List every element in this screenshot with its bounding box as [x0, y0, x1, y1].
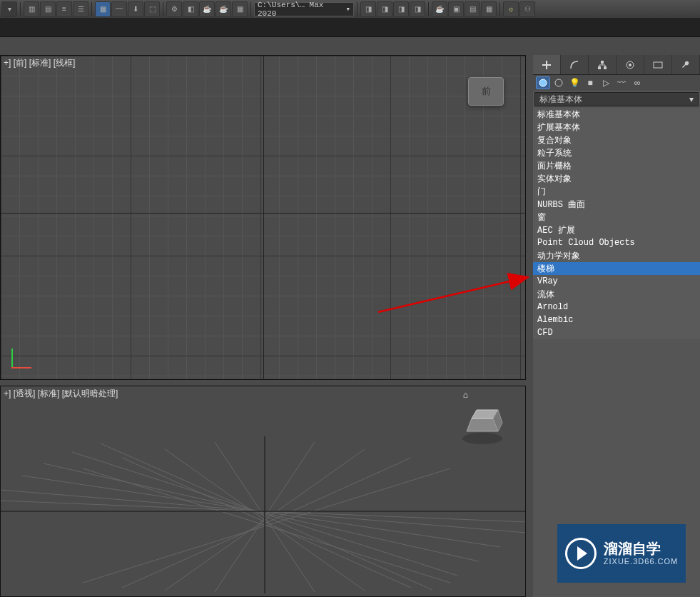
svg-point-31 [555, 79, 562, 86]
viewport-front-label[interactable]: +] [前] [标准] [线框] [4, 57, 75, 69]
menu-strip [0, 19, 700, 37]
toolbar-icon-3[interactable]: ≡ [56, 1, 72, 17]
wrench-icon [680, 59, 691, 71]
display-icon [652, 59, 664, 71]
svg-point-28 [629, 64, 631, 66]
watermark-badge: 溜溜自学 ZIXUE.3D66.COM [557, 524, 686, 583]
toolbar-icon-13[interactable]: ▦ [232, 1, 248, 17]
svg-rect-29 [654, 62, 662, 68]
create-tab[interactable] [533, 55, 561, 74]
svg-point-18 [462, 433, 502, 444]
svg-marker-19 [467, 418, 498, 431]
play-icon [565, 538, 597, 569]
toolbar-icon-21[interactable]: ▦ [481, 1, 497, 17]
chevron-down-icon: ▾ [345, 4, 350, 14]
camera-icon: ■ [587, 78, 592, 88]
category-list: 标准基本体扩展基本体复合对象粒子系统面片栅格实体对象门NURBS 曲面窗AEC … [533, 108, 700, 339]
category-item[interactable]: 动力学对象 [533, 249, 700, 262]
light-icon: 💡 [569, 78, 580, 88]
toolbar-icon-15[interactable]: ◨ [377, 1, 392, 17]
toolbar-icon-8[interactable]: ⬚ [144, 1, 160, 17]
viewcube-face-label: 前 [482, 85, 491, 98]
category-item[interactable]: 面片栅格 [533, 159, 700, 172]
category-item[interactable]: 门 [533, 185, 700, 198]
project-path-display[interactable]: C:\Users\… Max 2020 ▾ [254, 2, 354, 16]
category-item[interactable]: CFD [533, 326, 700, 339]
toolbar-icon-6[interactable]: 〰 [111, 1, 127, 17]
spacewarps-subtab[interactable]: 〰 [614, 76, 629, 89]
cameras-subtab[interactable]: ■ [583, 76, 597, 89]
arc-icon [569, 59, 580, 71]
category-item[interactable]: VRay [533, 275, 700, 288]
modify-tab[interactable] [561, 55, 589, 74]
toolbar-icon-16[interactable]: ◨ [393, 1, 409, 17]
wave-icon: 〰 [617, 78, 626, 88]
toolbar-icon-19[interactable]: ▣ [448, 1, 464, 17]
path-text: C:\Users\… Max 2020 [258, 1, 345, 18]
command-panel: 💡 ■ ▷ 〰 ∞ 标准基本体 ▾ 标准基本体扩展基本体复合对象粒子系统面片栅格… [533, 55, 700, 597]
render-teapot-icon[interactable]: ☕ [432, 1, 447, 17]
toolbar-icon-1[interactable]: ▥ [24, 1, 39, 17]
toolbar-icon-5[interactable]: ▦ [95, 1, 111, 17]
plus-icon [541, 59, 552, 71]
viewport-perspective[interactable]: +] [透视] [标准] [默认明暗处理] ⌂ [0, 386, 526, 597]
display-tab[interactable] [644, 55, 672, 74]
perspective-grid [1, 386, 525, 596]
toolbar-icon-20[interactable]: ▤ [465, 1, 480, 17]
svg-rect-24 [601, 61, 604, 64]
motion-tab[interactable] [617, 55, 644, 74]
category-item[interactable]: 粒子系统 [533, 146, 700, 159]
dropdown-selected-text: 标准基本体 [539, 94, 582, 106]
hierarchy-tab[interactable] [589, 55, 617, 74]
viewcube-perspective[interactable] [461, 404, 504, 443]
category-item[interactable]: Arnold [533, 301, 700, 313]
category-item[interactable]: 标准基本体 [533, 108, 700, 121]
category-dropdown[interactable]: 标准基本体 ▾ [534, 92, 699, 106]
create-subtabs: 💡 ■ ▷ 〰 ∞ [533, 75, 700, 91]
helpers-subtab[interactable]: ▷ [599, 76, 613, 89]
toolbar-icon-7[interactable]: ⬇ [128, 1, 143, 17]
teapot-icon-2[interactable]: ☕ [215, 1, 231, 17]
toolbar-icon-14[interactable]: ◨ [360, 1, 376, 17]
category-item[interactable]: 窗 [533, 211, 700, 224]
systems-subtab[interactable]: ∞ [630, 76, 644, 89]
utilities-tab[interactable] [672, 55, 700, 74]
viewport-perspective-label[interactable]: +] [透视] [标准] [默认明暗处理] [4, 388, 118, 400]
toolbar-icon-10[interactable]: ◧ [183, 1, 198, 17]
link-icon: ∞ [634, 78, 641, 88]
chevron-down-icon: ▾ [689, 94, 694, 104]
gear-icon[interactable]: ⚙ [166, 1, 182, 17]
watermark-subtitle: ZIXUE.3D66.COM [604, 557, 678, 566]
lights-subtab[interactable]: 💡 [567, 76, 582, 89]
category-item[interactable]: 楼梯 [533, 262, 700, 275]
toolbar-icon-22[interactable]: ☼ [503, 1, 519, 17]
svg-point-30 [539, 79, 547, 86]
category-item[interactable]: AEC 扩展 [533, 224, 700, 236]
category-item[interactable]: Point Cloud Objects [533, 236, 700, 249]
toolbar-icon-2[interactable]: ▤ [40, 1, 56, 17]
viewport-front[interactable]: +] [前] [标准] [线框] 前 [0, 55, 526, 380]
sphere-icon [538, 78, 548, 88]
svg-line-6 [101, 443, 432, 590]
viewcube-front[interactable]: 前 [468, 77, 504, 106]
category-item[interactable]: NURBS 曲面 [533, 198, 700, 211]
toolbar-dropdown[interactable]: ▾ [1, 1, 17, 17]
category-item[interactable]: 复合对象 [533, 134, 700, 146]
toolbar-icon-23[interactable]: ⚇ [519, 1, 535, 17]
category-item[interactable]: Alembic [533, 313, 700, 326]
axis-gizmo-icon [11, 340, 40, 368]
svg-rect-25 [598, 66, 601, 69]
main-toolbar: ▾ ▥ ▤ ≡ ☰ ▦ 〰 ⬇ ⬚ ⚙ ◧ ☕ ☕ ▦ C:\Users\… M… [0, 0, 700, 19]
toolbar-icon-4[interactable]: ☰ [73, 1, 88, 17]
category-item[interactable]: 实体对象 [533, 172, 700, 185]
toolbar-icon-17[interactable]: ◨ [410, 1, 425, 17]
teapot-icon-1[interactable]: ☕ [199, 1, 215, 17]
motion-icon [624, 59, 636, 71]
category-item[interactable]: 流体 [533, 288, 700, 301]
geometry-subtab[interactable] [536, 76, 550, 89]
category-item[interactable]: 扩展基本体 [533, 121, 700, 134]
shape-icon [554, 78, 564, 88]
watermark-title: 溜溜自学 [604, 540, 678, 557]
svg-rect-26 [604, 66, 607, 69]
shapes-subtab[interactable] [552, 76, 566, 89]
